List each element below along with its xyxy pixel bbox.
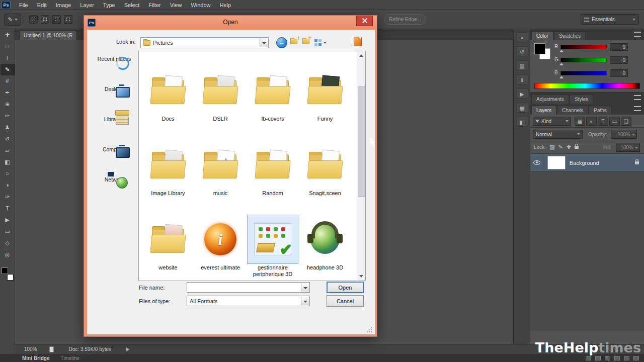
menu-view[interactable]: View [166,0,187,10]
path-selection-tool[interactable]: ▶ [1,214,15,226]
file-item-headphone-3d[interactable]: headphone 3D [300,215,350,271]
marquee-tool[interactable]: □ [1,41,15,52]
lasso-tool[interactable]: ≀ [1,52,15,64]
move-tool[interactable]: ✚ [1,29,15,41]
refine-edge-button[interactable]: Refine Edge... [384,14,426,25]
file-item-music[interactable]: WAV music [195,141,246,197]
gradient-tool[interactable]: ◧ [1,156,15,168]
dodge-tool[interactable]: ◑ [1,179,15,191]
tab-styles[interactable]: Styles [570,95,593,104]
chevron-down-icon[interactable] [301,297,309,305]
file-item-fb-covers[interactable]: fb-covers [248,66,298,122]
menu-window[interactable]: Window [186,0,215,10]
place-desktop[interactable]: Desktop [91,86,137,92]
type-tool[interactable]: T [1,203,15,214]
file-item-website[interactable]: website [143,215,193,271]
tab-channels[interactable]: Channels [557,106,588,115]
menu-image[interactable]: Image [51,0,76,10]
place-libraries[interactable]: Libraries [91,116,137,122]
view-menu-button[interactable] [313,38,327,47]
file-item-gestionnaire[interactable]: gestionnaire peripherique 3D [248,215,298,278]
lock-all-icon[interactable] [575,146,579,149]
filter-adjustment-layers-icon[interactable]: ◐ [586,117,597,126]
pen-tool[interactable]: ✑ [1,191,15,203]
layer-filter-dropdown[interactable]: Kind [533,117,571,126]
panel-icon[interactable] [624,356,629,360]
layer-thumbnail[interactable] [547,156,566,169]
panel-icon[interactable] [586,356,591,360]
status-menu-arrow-icon[interactable] [126,347,129,351]
tab-swatches[interactable]: Swatches [554,31,586,40]
blend-mode-dropdown[interactable]: Normal [533,130,583,139]
look-in-dropdown[interactable]: Pictures [140,37,269,48]
file-item-funny[interactable]: PEOPLE Funny [300,66,350,122]
new-folder-button[interactable] [302,39,309,44]
red-value-field[interactable]: 0 [610,43,628,51]
place-network[interactable]: Network [91,176,137,183]
open-button[interactable]: Open [327,282,364,293]
red-slider[interactable] [560,45,607,49]
lock-transparency-icon[interactable]: ▨ [549,144,554,150]
tab-color[interactable]: Color [531,31,553,40]
cancel-button[interactable]: Cancel [327,295,364,307]
menu-type[interactable]: Type [99,0,120,10]
file-item-snagit[interactable]: Snagit,sceen [300,141,350,197]
tab-paths[interactable]: Paths [589,106,612,115]
back-button[interactable]: ← [276,37,287,48]
blur-tool[interactable]: ○ [1,168,15,179]
slider-thumb-icon[interactable] [559,63,564,65]
quick-selection-tool[interactable]: ✎ [1,64,15,75]
actions-panel-icon[interactable]: ▶ [516,88,528,99]
chevron-down-icon[interactable] [301,283,309,292]
eraser-tool[interactable]: ▱ [1,145,15,156]
paths-panel-icon[interactable]: ◧ [516,117,528,127]
opacity-field[interactable]: 100% [611,130,637,139]
info-panel-icon[interactable]: ℹ [516,74,528,84]
channels-panel-icon[interactable]: ▦ [516,103,528,113]
panel-icon[interactable] [605,356,610,360]
lock-position-icon[interactable]: ✚ [567,144,571,150]
menu-filter[interactable]: Filter [144,0,165,10]
crop-tool[interactable]: # [1,75,15,87]
intersect-selection-icon[interactable] [64,15,72,24]
menu-edit[interactable]: Edit [33,0,51,10]
layer-row-background[interactable]: Background [530,154,644,172]
scroll-down-icon[interactable] [357,272,366,281]
chevron-down-icon[interactable] [260,38,268,47]
panel-icon[interactable] [614,356,620,360]
slider-thumb-icon[interactable] [559,50,564,52]
fill-field[interactable]: 100% [616,143,640,152]
tab-timeline[interactable]: Timeline [60,355,79,361]
brush-tool[interactable]: ✏ [1,110,15,122]
history-panel-icon[interactable]: ↺ [516,46,528,56]
add-selection-icon[interactable] [41,15,49,24]
properties-panel-icon[interactable]: ▤ [516,60,528,70]
panel-menu-icon[interactable] [634,95,641,100]
filter-shape-layers-icon[interactable]: ▭ [609,117,620,126]
green-slider[interactable] [560,58,607,62]
menu-file[interactable]: File [15,0,33,10]
subtract-selection-icon[interactable] [52,15,61,24]
eyedropper-tool[interactable]: ✒ [1,87,15,99]
filter-pixel-layers-icon[interactable]: ▦ [575,117,585,126]
file-item-random[interactable]: Random [248,141,298,197]
clone-stamp-tool[interactable]: ♟ [1,122,15,133]
tab-layers[interactable]: Layers [531,106,556,115]
collapse-panels-icon[interactable]: « [516,32,528,42]
panel-icon[interactable] [595,356,601,360]
menu-layer[interactable]: Layer [75,0,99,10]
place-recent-places[interactable]: Recent places [91,56,137,62]
blue-slider[interactable] [560,71,607,75]
file-name-input[interactable] [187,282,310,293]
hand-tool[interactable]: ◇ [1,237,15,249]
file-item-docs[interactable]: Docs [143,66,193,122]
color-chips[interactable] [2,267,14,281]
up-one-level-button[interactable] [290,39,297,44]
file-item-everest-ultimate[interactable]: i everest ultimate [195,215,246,271]
file-item-image-library[interactable]: Image Library [143,141,193,197]
history-brush-tool[interactable]: ↺ [1,133,15,145]
menu-select[interactable]: Select [120,0,144,10]
place-computer[interactable]: Computer [91,146,137,152]
active-tool-preset[interactable]: ✎ [4,14,21,26]
lock-pixels-icon[interactable]: ✎ [558,144,562,150]
